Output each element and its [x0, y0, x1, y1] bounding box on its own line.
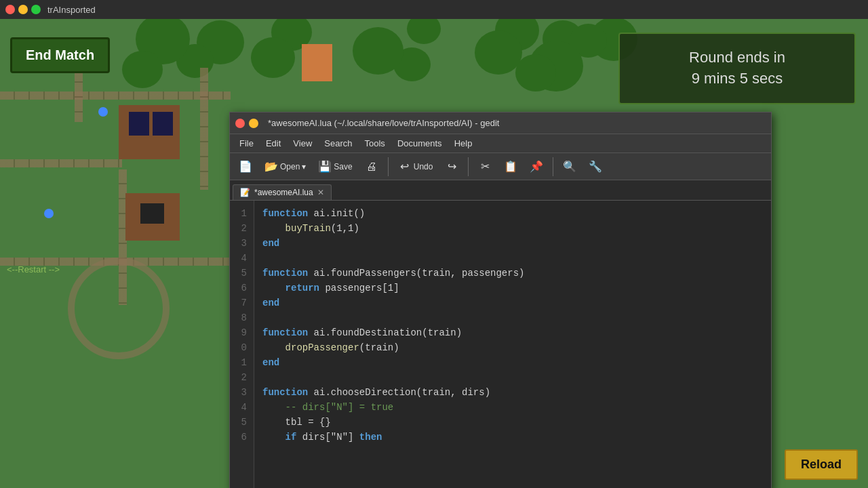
line-num: 3 [234, 236, 247, 251]
find-icon: 🔍 [563, 160, 576, 174]
gedit-minimize-button[interactable] [249, 119, 258, 128]
close-button[interactable] [5, 5, 15, 14]
end-match-button[interactable]: End Match [10, 37, 110, 73]
menu-view[interactable]: View [288, 137, 317, 150]
line-num: 3 [234, 385, 247, 400]
minimize-button[interactable] [18, 5, 28, 14]
tree [515, 54, 556, 92]
app-title: trAInsported [47, 5, 96, 15]
round-timer: Round ends in 9 mins 5 secs [618, 33, 856, 104]
tab-awesomeai[interactable]: 📝 *awesomeAI.lua ✕ [233, 184, 332, 200]
line-num: 2 [234, 370, 247, 385]
toolbar-sep-1 [388, 157, 389, 176]
line-num: 2 [234, 221, 247, 236]
line-num: 0 [234, 340, 247, 355]
paste-icon: 📌 [530, 160, 543, 174]
redo-button[interactable]: ↪ [440, 157, 463, 176]
menu-search[interactable]: Search [319, 137, 357, 150]
track [0, 159, 122, 167]
restart-label: <--Restart --> [7, 264, 60, 274]
gedit-toolbar: 📄 📂 Open ▾ 💾 Save 🖨 ↩ Undo ↪ ✂ 📋 [230, 153, 771, 180]
line-num: 7 [234, 296, 247, 310]
window [129, 112, 149, 136]
window [140, 203, 164, 224]
building [125, 193, 180, 241]
new-icon: 📄 [239, 160, 252, 174]
save-icon: 💾 [318, 160, 332, 174]
open-label: Open [280, 162, 300, 171]
tab-file-icon: 📝 [240, 188, 250, 197]
line-num: 9 [234, 325, 247, 340]
open-icon: 📂 [264, 160, 278, 174]
menu-tools[interactable]: Tools [359, 137, 391, 150]
reload-button[interactable]: Reload [785, 449, 858, 480]
replace-icon: 🔧 [589, 160, 602, 174]
line-num: 8 [234, 310, 247, 325]
print-button[interactable]: 🖨 [360, 157, 383, 176]
undo-icon: ↩ [398, 160, 412, 174]
train-top [302, 44, 332, 81]
cut-button[interactable]: ✂ [473, 157, 496, 176]
find-button[interactable]: 🔍 [558, 157, 581, 176]
line-num: 5 [234, 415, 247, 430]
line-num: 4 [234, 251, 247, 266]
blue-dot [98, 107, 108, 117]
tab-label: *awesomeAI.lua [254, 188, 313, 197]
line-num: 6 [234, 430, 247, 445]
tree [353, 27, 403, 75]
line-num: 6 [234, 281, 247, 296]
paste-button[interactable]: 📌 [525, 157, 548, 176]
save-button[interactable]: 💾 Save [313, 157, 357, 176]
line-num: 5 [234, 266, 247, 281]
gedit-close-button[interactable] [235, 119, 245, 128]
open-button[interactable]: 📂 Open ▾ [260, 157, 311, 176]
gedit-tabs: 📝 *awesomeAI.lua ✕ [230, 180, 771, 201]
menu-documents[interactable]: Documents [392, 137, 448, 150]
titlebar-buttons [5, 5, 41, 14]
cut-icon: ✂ [478, 160, 492, 174]
open-dropdown-icon: ▾ [302, 162, 306, 171]
undo-label: Undo [414, 162, 433, 171]
track [0, 92, 231, 100]
track [200, 68, 208, 190]
window [153, 112, 173, 136]
copy-button[interactable]: 📋 [499, 157, 522, 176]
menu-edit[interactable]: Edit [260, 137, 286, 150]
building [119, 105, 180, 159]
gedit-titlebar: *awesomeAI.lua (~/.local/share/love/trAI… [230, 113, 771, 134]
line-num: 4 [234, 400, 247, 415]
circular-track [68, 258, 170, 359]
system-titlebar: trAInsported [0, 0, 868, 19]
line-num: 1 [234, 206, 247, 221]
undo-button[interactable]: ↩ Undo [393, 157, 438, 176]
menu-help[interactable]: Help [449, 137, 478, 150]
gedit-title: *awesomeAI.lua (~/.local/share/love/trAI… [268, 118, 499, 128]
copy-icon: 📋 [504, 160, 517, 174]
tab-close-button[interactable]: ✕ [317, 188, 324, 197]
maximize-button[interactable] [31, 5, 41, 14]
redo-icon: ↪ [445, 160, 458, 174]
toolbar-sep-2 [468, 157, 469, 176]
gedit-window: *awesomeAI.lua (~/.local/share/love/trAI… [229, 112, 772, 488]
round-timer-line1: Round ends in [689, 49, 785, 66]
save-label: Save [334, 162, 352, 171]
tree [475, 30, 522, 75]
blue-dot [44, 209, 54, 218]
round-timer-line2: 9 mins 5 secs [692, 70, 783, 87]
replace-button[interactable]: 🔧 [584, 157, 607, 176]
track [75, 68, 83, 122]
line-num: 1 [234, 355, 247, 370]
code-area: 1 2 3 4 5 6 7 8 9 0 1 2 3 4 5 6 function… [230, 201, 771, 488]
menu-file[interactable]: File [234, 137, 259, 150]
print-icon: 🖨 [365, 160, 378, 174]
tree [251, 37, 295, 78]
line-numbers: 1 2 3 4 5 6 7 8 9 0 1 2 3 4 5 6 [230, 201, 254, 488]
new-button[interactable]: 📄 [234, 157, 257, 176]
tree [122, 51, 163, 88]
toolbar-sep-3 [553, 157, 553, 176]
gedit-menubar: File Edit View Search Tools Documents He… [230, 134, 771, 153]
code-editor[interactable]: function ai.init() buyTrain(1,1) end fun… [254, 201, 771, 488]
